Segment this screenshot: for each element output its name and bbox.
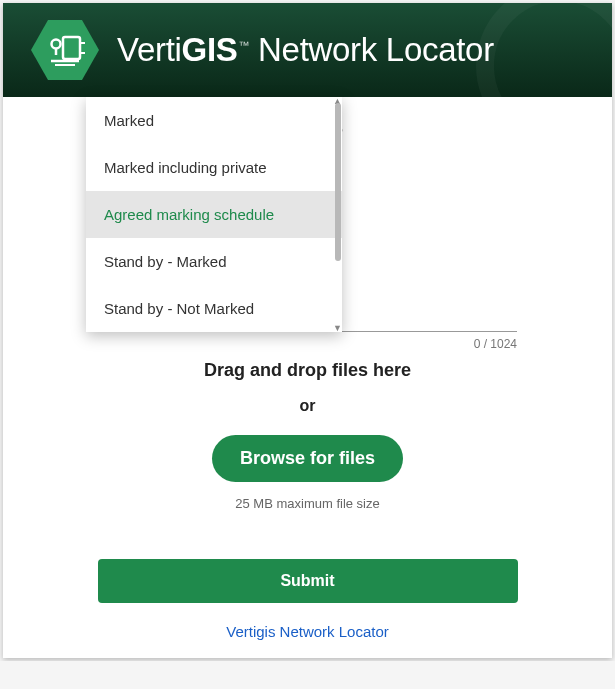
brand-bold: GIS [182,31,238,68]
dropdown-option[interactable]: Stand by - Not Marked [86,285,342,332]
map-pin-icon [45,33,85,67]
app-header: VertiGIS™ Network Locator [3,3,612,97]
hexagon-badge [31,20,99,80]
dropdown-option[interactable]: Agreed marking schedule [86,191,342,238]
svg-rect-1 [63,37,80,59]
svg-point-0 [52,40,61,49]
scroll-down-arrow-icon[interactable]: ▼ [333,323,342,333]
dropdown-option[interactable]: Stand by - Marked [86,238,342,285]
dropdown-option[interactable]: Marked [86,97,342,144]
brand-logo [31,20,99,80]
submit-button[interactable]: Submit [98,559,518,603]
footer-link[interactable]: Vertigis Network Locator [3,623,612,640]
brand-suffix: Network Locator [249,31,494,68]
brand-prefix: Verti [117,31,182,68]
dropdown-scrollbar[interactable] [335,103,341,333]
form-area: 003 ▲ MarkedMarked including privateAgre… [3,97,612,640]
dropzone-title: Drag and drop files here [98,360,517,381]
scrollbar-thumb[interactable] [335,103,341,261]
content-area: 003 ▲ MarkedMarked including privateAgre… [3,97,612,658]
max-file-size-label: 25 MB maximum file size [98,496,517,511]
dropdown-option[interactable]: Marked including private [86,144,342,191]
brand-title: VertiGIS™ Network Locator [117,31,494,69]
trademark-symbol: ™ [239,39,250,51]
char-counter: 0 / 1024 [474,337,517,351]
browse-files-button[interactable]: Browse for files [212,435,403,482]
file-dropzone[interactable]: Drag and drop files here or Browse for f… [98,360,517,511]
status-dropdown[interactable]: ▲ MarkedMarked including privateAgreed m… [86,97,342,332]
app-window: VertiGIS™ Network Locator 003 ▲ MarkedMa… [3,3,612,658]
dropzone-or: or [98,397,517,415]
